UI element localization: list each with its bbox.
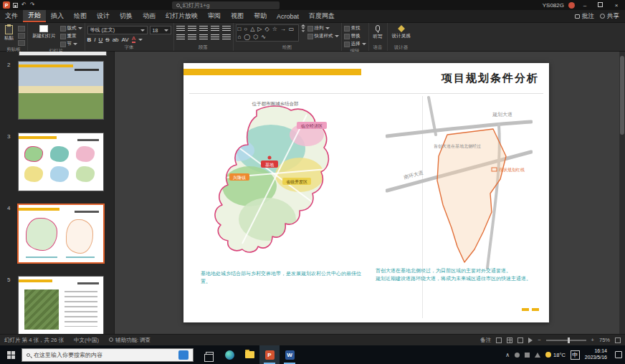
- select-button[interactable]: 选择: [344, 41, 366, 47]
- taskbar-clock[interactable]: 16:14 2023/5/16: [585, 348, 607, 361]
- district-map-figure[interactable]: 位于都市圈城乡结合部 临空经济区 基地: [199, 99, 351, 255]
- slide-sorter-view-icon[interactable]: [507, 337, 512, 343]
- user-avatar[interactable]: [568, 2, 575, 9]
- slide-canvas[interactable]: 项目规划条件分析 位于都市圈城乡结合部: [115, 52, 619, 334]
- italic-button[interactable]: I: [94, 37, 95, 43]
- underline-button[interactable]: U: [99, 37, 103, 43]
- font-color-button[interactable]: A: [132, 36, 135, 43]
- shape-glyph[interactable]: □: [238, 26, 242, 33]
- zoom-in-button[interactable]: +: [591, 337, 594, 343]
- maximize-button[interactable]: [595, 2, 606, 9]
- slideshow-view-icon[interactable]: [528, 337, 533, 343]
- shape-glyph[interactable]: ▷: [257, 26, 262, 33]
- redo-icon[interactable]: ↷: [30, 2, 35, 8]
- road-map-figure[interactable]: 规划大道 南环大道 首创大道在基地北侧经过 现状规划红线: [386, 96, 533, 269]
- justify-icon[interactable]: [211, 34, 219, 41]
- strikethrough-button[interactable]: S: [105, 37, 109, 43]
- cut-icon[interactable]: [18, 26, 25, 32]
- minimize-button[interactable]: –: [579, 2, 591, 9]
- ime-indicator[interactable]: 中: [571, 350, 580, 360]
- fit-to-window-icon[interactable]: [615, 337, 621, 343]
- designer-button[interactable]: 设计灵感: [390, 24, 413, 39]
- bullets-icon[interactable]: [176, 26, 185, 32]
- replace-button[interactable]: 替换: [344, 33, 366, 39]
- find-button[interactable]: 查找: [344, 25, 366, 32]
- align-left-icon[interactable]: [176, 34, 185, 41]
- titlebar-search[interactable]: 幻灯片1+g: [172, 1, 280, 9]
- menu-tab[interactable]: 设计: [92, 10, 115, 22]
- new-slide-button[interactable]: 新建幻灯片: [30, 24, 58, 39]
- start-button[interactable]: [0, 345, 22, 364]
- arrange-button[interactable]: 排列: [307, 25, 339, 32]
- undo-icon[interactable]: ↶: [22, 2, 27, 8]
- slide-editor[interactable]: 项目规划条件分析 位于都市圈城乡结合部: [183, 63, 549, 322]
- vertical-scrollbar[interactable]: [619, 52, 625, 334]
- shape-glyph[interactable]: ⌂: [238, 34, 242, 41]
- shape-glyph[interactable]: →: [280, 26, 286, 33]
- share-button[interactable]: 共享: [600, 12, 619, 21]
- columns-icon[interactable]: [222, 34, 231, 41]
- reading-view-icon[interactable]: [517, 337, 523, 343]
- normal-view-icon[interactable]: [496, 337, 502, 343]
- file-explorer-button[interactable]: [239, 345, 259, 364]
- align-right-icon[interactable]: [199, 34, 208, 41]
- line-spacing-icon[interactable]: [222, 26, 231, 32]
- slide-count-status[interactable]: 幻灯片 第 4 张，共 26 张: [4, 337, 64, 344]
- hidden-icons-chevron[interactable]: ∧: [505, 352, 510, 358]
- shape-glyph[interactable]: ▭: [289, 26, 295, 33]
- edge-browser-button[interactable]: [219, 345, 239, 364]
- slide-2-thumbnail[interactable]: [19, 62, 103, 119]
- zoom-percent[interactable]: 75%: [599, 337, 610, 343]
- right-map-caption[interactable]: 首创大道在基地北侧经过，为目前区域的主要对外交通要道。 规划近期建设道路环绕大道…: [376, 267, 545, 282]
- shape-gallery[interactable]: □○△▷◇☆→▭⌂◯⬡∿: [236, 24, 299, 42]
- word-taskbar-button[interactable]: W: [280, 345, 300, 364]
- menu-tab[interactable]: 开始: [23, 10, 46, 22]
- menu-tab[interactable]: 文件: [0, 10, 23, 22]
- menu-tab[interactable]: 绘图: [69, 10, 92, 22]
- character-spacing-button[interactable]: AV: [122, 37, 129, 43]
- shape-glyph[interactable]: ◯: [244, 34, 250, 41]
- section-button[interactable]: 节: [60, 41, 82, 47]
- weather-widget[interactable]: 18°C: [545, 352, 566, 358]
- zoom-slider-thumb[interactable]: [568, 337, 570, 343]
- paste-button[interactable]: 粘贴: [2, 24, 16, 41]
- menu-tab[interactable]: 百度网盘: [304, 10, 340, 22]
- tray-status-icon[interactable]: [515, 353, 520, 358]
- zoom-slider[interactable]: [546, 340, 586, 341]
- gallery-more-icon[interactable]: [301, 30, 305, 32]
- gallery-down-icon[interactable]: [301, 27, 305, 29]
- reset-button[interactable]: 重置: [60, 33, 82, 39]
- save-icon[interactable]: [13, 3, 18, 8]
- dictate-button[interactable]: 听写: [371, 24, 385, 39]
- numbering-icon[interactable]: [188, 26, 196, 32]
- comments-button[interactable]: 批注: [575, 12, 594, 21]
- copy-icon[interactable]: [18, 33, 25, 39]
- menu-tab[interactable]: 插入: [46, 10, 69, 22]
- shape-glyph[interactable]: ∿: [261, 34, 266, 41]
- shape-glyph[interactable]: ◇: [265, 26, 269, 33]
- left-map-caption[interactable]: 基地地处城乡结合部与乡村交界地带，是发展规划农村公共中心的最佳位置。: [201, 269, 364, 285]
- font-size-select[interactable]: 18: [150, 26, 171, 34]
- shape-glyph[interactable]: ☆: [272, 26, 277, 33]
- taskbar-search-box[interactable]: 在这里输入你要搜索的内容: [22, 348, 194, 362]
- indent-decrease-icon[interactable]: [199, 26, 208, 32]
- action-center-icon[interactable]: [615, 351, 622, 358]
- powerpoint-taskbar-button[interactable]: P: [259, 345, 280, 364]
- task-view-button[interactable]: [199, 345, 219, 364]
- menu-tab[interactable]: 帮助: [249, 10, 272, 22]
- zoom-out-button[interactable]: −: [538, 337, 540, 343]
- shape-glyph[interactable]: △: [250, 26, 254, 33]
- format-painter-icon[interactable]: [18, 40, 25, 46]
- search-highlights-icon[interactable]: [178, 350, 189, 360]
- align-center-icon[interactable]: [188, 34, 196, 41]
- slide-3-thumbnail[interactable]: [19, 133, 103, 191]
- language-status[interactable]: 中文(中国): [74, 337, 99, 344]
- slide-1-thumbnail-partial[interactable]: [19, 52, 107, 56]
- bold-button[interactable]: B: [87, 37, 92, 43]
- accessibility-status[interactable]: 辅助功能: 调查: [109, 337, 151, 344]
- menu-tab[interactable]: 切换: [115, 10, 138, 22]
- layout-button[interactable]: 版式: [60, 25, 82, 32]
- menu-tab[interactable]: 视图: [226, 10, 249, 22]
- text-shadow-button[interactable]: ab: [113, 37, 119, 43]
- scrollbar-thumb[interactable]: [620, 56, 624, 135]
